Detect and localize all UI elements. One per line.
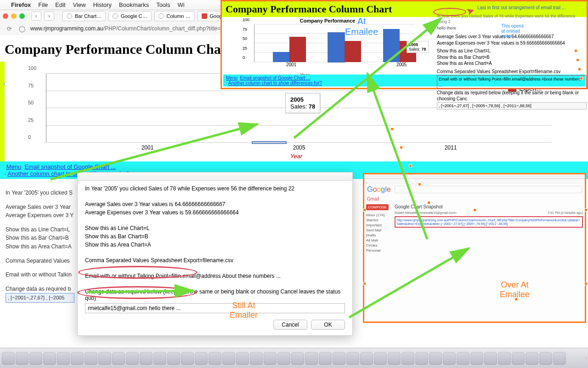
dock-app[interactable]	[2, 352, 15, 365]
dock-app[interactable]	[153, 352, 166, 365]
dock-app[interactable]	[291, 352, 304, 365]
dock-app[interactable]	[98, 352, 111, 365]
dock-app[interactable]	[498, 352, 511, 365]
dock-app[interactable]	[333, 352, 345, 365]
menu-window[interactable]: Wi	[178, 1, 185, 8]
google-logo: Google	[367, 185, 391, 194]
menu-edit[interactable]: Edit	[55, 1, 65, 8]
info-block-truncated: In Year '2005' you clicked S Average Sal…	[6, 189, 79, 303]
dock-app[interactable]	[43, 352, 56, 365]
dock-app[interactable]	[250, 352, 263, 365]
maximize-icon[interactable]	[19, 13, 25, 19]
dock-app[interactable]	[305, 352, 318, 365]
sidebar-allmail[interactable]: All Mail	[366, 238, 391, 242]
dock-app[interactable]	[209, 352, 221, 365]
dock-app[interactable]	[167, 352, 180, 365]
snapshot-link[interactable]: Email snapshot of Google Chart ...	[24, 163, 116, 170]
dock-app[interactable]	[222, 352, 235, 365]
address-bar[interactable]: www.rjmprogramming.com.au/PHP/ColumnChar…	[30, 25, 220, 32]
globe-icon	[158, 13, 164, 19]
menu-tools[interactable]: Tools	[156, 1, 170, 8]
dock-app[interactable]	[443, 352, 456, 365]
gmail-link-box[interactable]: http://www.rjmprogramming.com.au/PHP/Col…	[395, 216, 583, 228]
reload-icon[interactable]: ⟳	[5, 24, 14, 33]
dock-app[interactable]	[140, 352, 153, 365]
dock-app[interactable]	[512, 352, 525, 365]
dock-app[interactable]	[264, 352, 277, 365]
emailee-menu-link[interactable]: Menu	[226, 75, 237, 80]
menu-bookmarks[interactable]: Bookmarks	[119, 1, 149, 8]
dock-app[interactable]	[526, 352, 538, 365]
dock-app[interactable]	[415, 352, 428, 365]
mac-dock[interactable]	[0, 348, 588, 368]
ytick-0: 0	[28, 134, 31, 140]
dock-app[interactable]	[374, 352, 387, 365]
dock-app[interactable]	[360, 352, 373, 365]
close-icon[interactable]	[3, 13, 8, 19]
dock-app[interactable]	[346, 352, 359, 365]
dialog-titlebar[interactable]	[78, 172, 352, 181]
ok-button[interactable]: OK	[311, 320, 345, 330]
compose-button[interactable]: COMPOSE	[366, 204, 389, 210]
menu-file[interactable]: File	[38, 1, 48, 8]
xlabel-2011: 2011	[405, 143, 497, 151]
over-at-emailee-label: Over AtEmailee	[500, 280, 530, 299]
dialog-input[interactable]	[85, 303, 345, 313]
dock-app[interactable]	[277, 352, 290, 365]
dock-app[interactable]	[429, 352, 442, 365]
ytick-100: 100	[28, 65, 36, 71]
dock-app[interactable]	[457, 352, 469, 365]
ytick-25: 25	[28, 117, 34, 123]
emailee-data-row[interactable]: , [~2001~,27,67] , [~2005~,78,56] , [~20…	[437, 102, 587, 109]
app-name[interactable]: Firefox	[11, 1, 31, 8]
dock-app[interactable]	[57, 352, 70, 365]
sidebar-personal[interactable]: Personal	[366, 248, 391, 253]
dock-app[interactable]	[470, 352, 483, 365]
dialog-line-chart: Show this as Line Chart=L	[85, 225, 345, 231]
emailee-snap-link[interactable]: Email snapshot of Google Chart ...	[240, 75, 311, 80]
ytick-75: 75	[28, 83, 34, 88]
menu-link[interactable]: Menu	[6, 163, 22, 170]
dock-app[interactable]	[71, 352, 84, 365]
menu-history[interactable]: History	[93, 1, 112, 8]
gmail-sidebar: COMPOSE Inbox (174) Starred Important Se…	[364, 202, 393, 322]
dock-app[interactable]	[236, 352, 249, 365]
dock-app[interactable]	[112, 352, 125, 365]
dock-app[interactable]	[195, 352, 208, 365]
sidebar-drafts[interactable]: Drafts	[366, 233, 391, 237]
cancel-button[interactable]: Cancel	[273, 320, 307, 330]
sidebar-sent[interactable]: Sent Mail	[366, 228, 391, 232]
tab-google-1[interactable]: Google C…	[108, 11, 151, 21]
sidebar-circles[interactable]: Circles	[366, 243, 391, 247]
menu-view[interactable]: View	[73, 1, 86, 8]
window-controls[interactable]	[3, 13, 25, 19]
dock-app[interactable]	[16, 352, 28, 365]
this-opens-caption: This opensat onloadevent	[501, 23, 524, 39]
tab-column[interactable]: Column …	[154, 11, 195, 21]
dock-app[interactable]	[388, 352, 401, 365]
still-at-emailer-label: Still AtEmailer	[230, 301, 258, 320]
sidebar-important[interactable]: Important	[366, 223, 391, 227]
dock-app[interactable]	[539, 352, 552, 365]
dock-app[interactable]	[484, 352, 497, 365]
dock-app[interactable]	[553, 352, 566, 365]
back-button[interactable]: ‹	[31, 12, 41, 21]
sidebar-starred[interactable]: Starred	[366, 218, 391, 222]
data-input-truncated[interactable]: , [~2001~,27,67] , [~2005	[6, 293, 74, 303]
gmail-search[interactable]	[395, 186, 582, 193]
minimize-icon[interactable]	[11, 13, 17, 19]
dialog-avg-expenses: Average Expenses over 3 Year values is 5…	[85, 209, 345, 216]
dock-app[interactable]	[319, 352, 332, 365]
tab-bar-chart[interactable]: Bar Chart…	[62, 11, 106, 21]
dock-app[interactable]	[126, 352, 139, 365]
forward-button[interactable]: ›	[44, 12, 54, 21]
dock-app[interactable]	[29, 352, 42, 365]
sidebar-inbox[interactable]: Inbox (174)	[366, 213, 391, 217]
dock-app[interactable]	[401, 352, 414, 365]
emailee-email-box: Email with or without Talking Point=fill…	[437, 75, 587, 88]
dialog-change-text: Change data as required below (keeping i…	[85, 288, 345, 301]
ytick-50: 50	[28, 100, 34, 105]
dock-app[interactable]	[181, 352, 194, 365]
dock-app[interactable]	[85, 352, 97, 365]
emailee-another-link[interactable]: Another column chart to show differences…	[228, 80, 322, 86]
